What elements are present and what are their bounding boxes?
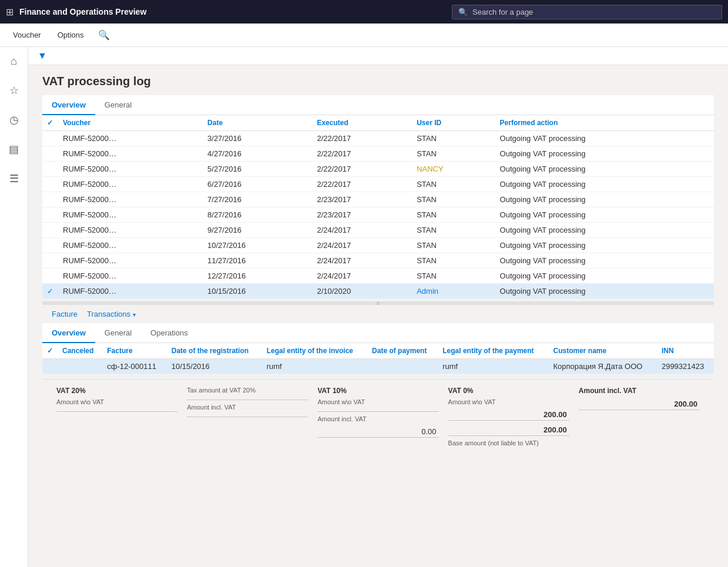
upper-row-executed: 2/23/2017 [312, 192, 412, 207]
upper-row-voucher: RUMF-52000… [58, 238, 203, 253]
upper-row-voucher: RUMF-52000… [58, 207, 203, 223]
options-button[interactable]: Options [51, 28, 91, 42]
upper-row-voucher: RUMF-52000… [58, 177, 203, 192]
upper-row-date: 10/15/2016 [203, 284, 312, 299]
upper-row-action: Outgoing VAT processing [495, 192, 714, 207]
lower-col-date-payment: Date of payment [367, 343, 438, 359]
tab-operations-lower[interactable]: Operations [141, 324, 197, 343]
upper-table-row[interactable]: RUMF-52000… 4/27/2016 2/22/2017 STAN Out… [42, 146, 714, 162]
upper-row-executed: 2/22/2017 [312, 177, 412, 192]
upper-col-action: Performed action [495, 115, 714, 131]
tab-general-upper[interactable]: General [95, 96, 141, 115]
upper-table-row[interactable]: RUMF-52000… 3/27/2016 2/22/2017 STAN Out… [42, 131, 714, 146]
upper-row-check [42, 253, 58, 269]
vat0-group: VAT 0% Amount w\o VAT 200.00 200.00 Base… [448, 387, 569, 447]
modules-icon[interactable]: ☰ [6, 169, 22, 189]
lower-col-canceled: Canceled [58, 343, 102, 359]
upper-table-row[interactable]: RUMF-52000… 10/27/2016 2/24/2017 STAN Ou… [42, 238, 714, 253]
upper-row-action: Outgoing VAT processing [495, 269, 714, 284]
upper-row-check [42, 238, 58, 253]
upper-row-action: Outgoing VAT processing [495, 238, 714, 253]
upper-col-executed: Executed [312, 115, 412, 131]
lower-row-check [42, 359, 58, 374]
command-bar: Voucher Options 🔍 [0, 24, 728, 47]
upper-row-action: Outgoing VAT processing [495, 177, 714, 192]
upper-row-voucher: RUMF-52000… [58, 146, 203, 162]
upper-table-row[interactable]: ✓ RUMF-52000… 10/15/2016 2/10/2020 Admin… [42, 284, 714, 299]
lower-data-table: ✓ Canceled Facture Date of the registrat… [42, 343, 714, 374]
vat0-label: VAT 0% [448, 387, 569, 395]
filter-icon[interactable]: ▼ [38, 51, 47, 61]
home-icon[interactable]: ⌂ [7, 52, 21, 71]
upper-row-action: Outgoing VAT processing [495, 146, 714, 162]
lower-col-legal-payment: Legal entity of the payment [438, 343, 548, 359]
vat10-incl-label: Amount incl. VAT [317, 415, 438, 422]
tax-amount-group: Tax amount at VAT 20% Amount incl. VAT [187, 387, 308, 447]
upper-row-executed: 2/10/2020 [312, 284, 412, 299]
upper-row-executed: 2/24/2017 [312, 269, 412, 284]
upper-row-check [42, 223, 58, 238]
upper-table-row[interactable]: RUMF-52000… 8/27/2016 2/23/2017 STAN Out… [42, 207, 714, 223]
vat10-wo-label: Amount w\o VAT [317, 398, 438, 405]
upper-row-voucher: RUMF-52000… [58, 269, 203, 284]
voucher-button[interactable]: Voucher [6, 28, 48, 42]
upper-row-voucher: RUMF-52000… [58, 192, 203, 207]
upper-row-date: 9/27/2016 [203, 223, 312, 238]
vat0-incl-value: 200.00 [448, 424, 569, 436]
search-box[interactable]: 🔍 Search for a page [452, 5, 722, 19]
lower-row-date-reg: 10/15/2016 [167, 359, 262, 374]
upper-row-date: 7/27/2016 [203, 192, 312, 207]
lower-row-date-payment [367, 359, 438, 374]
upper-row-userid: STAN [412, 238, 495, 253]
lower-row-facture: сф-12-000111 [102, 359, 167, 374]
action-links: Facture Transactions ▾ [42, 305, 714, 323]
amount-incl-vat-value: 200.00 [579, 398, 700, 410]
upper-table-row[interactable]: RUMF-52000… 9/27/2016 2/24/2017 STAN Out… [42, 223, 714, 238]
upper-row-voucher: RUMF-52000… [58, 284, 203, 299]
recent-icon[interactable]: ◷ [6, 110, 22, 130]
upper-row-executed: 2/24/2017 [312, 253, 412, 269]
upper-row-check [42, 131, 58, 146]
lower-row-legal-invoice: rumf [262, 359, 367, 374]
upper-col-voucher: Voucher [58, 115, 203, 131]
tab-overview-lower[interactable]: Overview [42, 324, 95, 343]
upper-row-executed: 2/23/2017 [312, 207, 412, 223]
transactions-label: Transactions [87, 310, 130, 318]
upper-row-userid: STAN [412, 146, 495, 162]
upper-table-row[interactable]: RUMF-52000… 6/27/2016 2/22/2017 STAN Out… [42, 177, 714, 192]
workspace-icon[interactable]: ▤ [5, 139, 22, 159]
facture-link[interactable]: Facture [52, 310, 78, 318]
command-search-icon[interactable]: 🔍 [93, 27, 115, 43]
tab-general-lower[interactable]: General [95, 324, 141, 343]
upper-table-row[interactable]: RUMF-52000… 7/27/2016 2/23/2017 STAN Out… [42, 192, 714, 207]
upper-row-action: Outgoing VAT processing [495, 284, 714, 299]
lower-row-customer: Корпорация Я.Дата ООО [549, 359, 657, 374]
upper-row-date: 10/27/2016 [203, 238, 312, 253]
vat20-group: VAT 20% Amount w\o VAT [56, 387, 177, 447]
vat20-label: VAT 20% [56, 387, 177, 395]
upper-table-row[interactable]: RUMF-52000… 11/27/2016 2/24/2017 STAN Ou… [42, 253, 714, 269]
lower-row-canceled [58, 359, 102, 374]
upper-row-userid: NANCY [412, 162, 495, 177]
upper-row-executed: 2/22/2017 [312, 131, 412, 146]
app-title: Finance and Operations Preview [19, 7, 446, 16]
upper-table-row[interactable]: RUMF-52000… 5/27/2016 2/22/2017 NANCY Ou… [42, 162, 714, 177]
upper-row-check [42, 207, 58, 223]
vat0-wo-label: Amount w\o VAT [448, 398, 569, 405]
upper-row-date: 3/27/2016 [203, 131, 312, 146]
upper-row-date: 6/27/2016 [203, 177, 312, 192]
upper-col-date: Date [203, 115, 312, 131]
upper-row-voucher: RUMF-52000… [58, 223, 203, 238]
lower-table-row[interactable]: сф-12-000111 10/15/2016 rumf rumf Корпор… [42, 359, 714, 374]
transactions-link[interactable]: Transactions ▾ [87, 310, 136, 318]
favorites-icon[interactable]: ☆ [6, 80, 22, 100]
upper-row-check: ✓ [42, 284, 58, 299]
lower-row-legal-payment: rumf [438, 359, 548, 374]
tab-overview-upper[interactable]: Overview [42, 96, 95, 115]
filter-bar: ▼ [28, 47, 728, 65]
vat10-wo-value [317, 409, 438, 412]
upper-col-check: ✓ [42, 115, 58, 131]
vat-footer: VAT 20% Amount w\o VAT Tax amount at VAT… [42, 379, 714, 454]
grid-icon[interactable]: ⊞ [6, 6, 14, 18]
upper-table-row[interactable]: RUMF-52000… 12/27/2016 2/24/2017 STAN Ou… [42, 269, 714, 284]
